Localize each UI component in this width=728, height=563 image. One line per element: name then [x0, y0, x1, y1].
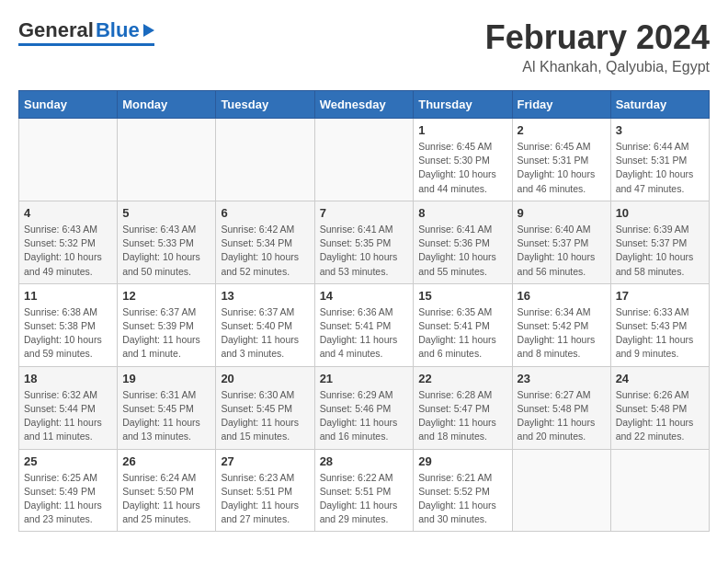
day-info: Sunrise: 6:43 AM Sunset: 5:32 PM Dayligh… — [24, 223, 112, 279]
day-info: Sunrise: 6:41 AM Sunset: 5:35 PM Dayligh… — [320, 223, 409, 279]
day-info: Sunrise: 6:29 AM Sunset: 5:46 PM Dayligh… — [320, 388, 409, 444]
calendar-cell: 24Sunrise: 6:26 AM Sunset: 5:48 PM Dayli… — [610, 366, 709, 449]
day-number: 21 — [320, 372, 409, 385]
calendar-cell: 9Sunrise: 6:40 AM Sunset: 5:37 PM Daylig… — [512, 201, 610, 283]
day-info: Sunrise: 6:45 AM Sunset: 5:31 PM Dayligh… — [518, 140, 606, 196]
calendar-cell — [314, 119, 414, 201]
calendar-cell — [118, 119, 216, 201]
day-number: 7 — [320, 206, 409, 220]
day-number: 2 — [518, 123, 606, 137]
day-number: 27 — [221, 454, 309, 468]
calendar-cell: 28Sunrise: 6:22 AM Sunset: 5:51 PM Dayli… — [314, 449, 414, 532]
location-subtitle: Al Khankah, Qalyubia, Egypt — [485, 59, 710, 75]
logo-blue: Blue — [96, 18, 140, 42]
day-info: Sunrise: 6:26 AM Sunset: 5:48 PM Dayligh… — [616, 388, 704, 444]
day-number: 25 — [24, 454, 112, 468]
day-number: 22 — [418, 372, 506, 385]
day-info: Sunrise: 6:23 AM Sunset: 5:51 PM Dayligh… — [221, 471, 309, 527]
day-number: 26 — [122, 454, 210, 468]
day-info: Sunrise: 6:36 AM Sunset: 5:41 PM Dayligh… — [320, 305, 409, 362]
day-number: 9 — [518, 206, 606, 220]
calendar-week-row: 4Sunrise: 6:43 AM Sunset: 5:32 PM Daylig… — [19, 201, 710, 283]
day-number: 5 — [122, 206, 210, 220]
calendar-week-row: 18Sunrise: 6:32 AM Sunset: 5:44 PM Dayli… — [19, 366, 710, 449]
logo: GeneralBlue — [18, 18, 154, 46]
day-number: 1 — [418, 123, 506, 137]
column-header-wednesday: Wednesday — [314, 91, 414, 119]
calendar-cell — [216, 119, 314, 201]
day-info: Sunrise: 6:30 AM Sunset: 5:45 PM Dayligh… — [221, 388, 309, 444]
calendar-cell: 18Sunrise: 6:32 AM Sunset: 5:44 PM Dayli… — [19, 366, 118, 449]
calendar-cell: 22Sunrise: 6:28 AM Sunset: 5:47 PM Dayli… — [414, 366, 512, 449]
calendar-cell: 4Sunrise: 6:43 AM Sunset: 5:32 PM Daylig… — [19, 201, 118, 283]
day-number: 17 — [616, 289, 704, 303]
calendar-week-row: 25Sunrise: 6:25 AM Sunset: 5:49 PM Dayli… — [19, 449, 710, 532]
calendar-cell: 14Sunrise: 6:36 AM Sunset: 5:41 PM Dayli… — [314, 283, 414, 366]
day-info: Sunrise: 6:21 AM Sunset: 5:52 PM Dayligh… — [418, 471, 506, 527]
calendar-cell: 3Sunrise: 6:44 AM Sunset: 5:31 PM Daylig… — [610, 119, 709, 201]
day-info: Sunrise: 6:37 AM Sunset: 5:40 PM Dayligh… — [221, 305, 309, 362]
day-info: Sunrise: 6:43 AM Sunset: 5:33 PM Dayligh… — [122, 223, 210, 279]
calendar-cell: 8Sunrise: 6:41 AM Sunset: 5:36 PM Daylig… — [414, 201, 512, 283]
calendar-header-row: SundayMondayTuesdayWednesdayThursdayFrid… — [19, 91, 710, 119]
calendar-cell: 12Sunrise: 6:37 AM Sunset: 5:39 PM Dayli… — [118, 283, 216, 366]
day-info: Sunrise: 6:32 AM Sunset: 5:44 PM Dayligh… — [24, 388, 112, 444]
day-info: Sunrise: 6:22 AM Sunset: 5:51 PM Dayligh… — [320, 471, 409, 527]
day-info: Sunrise: 6:33 AM Sunset: 5:43 PM Dayligh… — [616, 305, 704, 362]
calendar-table: SundayMondayTuesdayWednesdayThursdayFrid… — [18, 90, 710, 532]
day-number: 15 — [418, 289, 506, 303]
day-info: Sunrise: 6:28 AM Sunset: 5:47 PM Dayligh… — [418, 388, 506, 444]
logo-general: General — [18, 18, 94, 42]
column-header-friday: Friday — [512, 91, 610, 119]
page-header: GeneralBlue February 2024 Al Khankah, Qa… — [18, 18, 710, 75]
calendar-cell — [19, 119, 118, 201]
day-number: 4 — [24, 206, 112, 220]
month-year-title: February 2024 — [485, 18, 710, 57]
calendar-week-row: 11Sunrise: 6:38 AM Sunset: 5:38 PM Dayli… — [19, 283, 710, 366]
day-info: Sunrise: 6:34 AM Sunset: 5:42 PM Dayligh… — [518, 305, 606, 362]
day-number: 19 — [122, 372, 210, 385]
day-info: Sunrise: 6:38 AM Sunset: 5:38 PM Dayligh… — [24, 305, 112, 362]
calendar-cell: 16Sunrise: 6:34 AM Sunset: 5:42 PM Dayli… — [512, 283, 610, 366]
day-info: Sunrise: 6:25 AM Sunset: 5:49 PM Dayligh… — [24, 471, 112, 527]
day-info: Sunrise: 6:27 AM Sunset: 5:48 PM Dayligh… — [518, 388, 606, 444]
day-info: Sunrise: 6:37 AM Sunset: 5:39 PM Dayligh… — [122, 305, 210, 362]
day-number: 16 — [518, 289, 606, 303]
column-header-tuesday: Tuesday — [216, 91, 314, 119]
day-number: 8 — [418, 206, 506, 220]
logo-underline — [18, 43, 154, 46]
calendar-cell: 5Sunrise: 6:43 AM Sunset: 5:33 PM Daylig… — [118, 201, 216, 283]
calendar-cell: 25Sunrise: 6:25 AM Sunset: 5:49 PM Dayli… — [19, 449, 118, 532]
column-header-thursday: Thursday — [414, 91, 512, 119]
day-info: Sunrise: 6:42 AM Sunset: 5:34 PM Dayligh… — [221, 223, 309, 279]
calendar-cell: 10Sunrise: 6:39 AM Sunset: 5:37 PM Dayli… — [610, 201, 709, 283]
day-number: 12 — [122, 289, 210, 303]
calendar-cell: 1Sunrise: 6:45 AM Sunset: 5:30 PM Daylig… — [414, 119, 512, 201]
day-number: 3 — [616, 123, 704, 137]
calendar-cell — [610, 449, 709, 532]
calendar-cell: 2Sunrise: 6:45 AM Sunset: 5:31 PM Daylig… — [512, 119, 610, 201]
logo-arrow-icon — [143, 24, 154, 37]
day-info: Sunrise: 6:44 AM Sunset: 5:31 PM Dayligh… — [616, 140, 704, 196]
calendar-cell: 26Sunrise: 6:24 AM Sunset: 5:50 PM Dayli… — [118, 449, 216, 532]
day-info: Sunrise: 6:45 AM Sunset: 5:30 PM Dayligh… — [418, 140, 506, 196]
day-info: Sunrise: 6:31 AM Sunset: 5:45 PM Dayligh… — [122, 388, 210, 444]
day-number: 28 — [320, 454, 409, 468]
day-info: Sunrise: 6:39 AM Sunset: 5:37 PM Dayligh… — [616, 223, 704, 279]
column-header-saturday: Saturday — [610, 91, 709, 119]
day-number: 20 — [221, 372, 309, 385]
column-header-monday: Monday — [118, 91, 216, 119]
calendar-cell: 13Sunrise: 6:37 AM Sunset: 5:40 PM Dayli… — [216, 283, 314, 366]
day-number: 10 — [616, 206, 704, 220]
calendar-body: 1Sunrise: 6:45 AM Sunset: 5:30 PM Daylig… — [19, 119, 710, 532]
day-number: 6 — [221, 206, 309, 220]
calendar-week-row: 1Sunrise: 6:45 AM Sunset: 5:30 PM Daylig… — [19, 119, 710, 201]
calendar-cell: 21Sunrise: 6:29 AM Sunset: 5:46 PM Dayli… — [314, 366, 414, 449]
calendar-cell: 19Sunrise: 6:31 AM Sunset: 5:45 PM Dayli… — [118, 366, 216, 449]
day-info: Sunrise: 6:35 AM Sunset: 5:41 PM Dayligh… — [418, 305, 506, 362]
calendar-cell: 29Sunrise: 6:21 AM Sunset: 5:52 PM Dayli… — [414, 449, 512, 532]
day-number: 18 — [24, 372, 112, 385]
day-info: Sunrise: 6:40 AM Sunset: 5:37 PM Dayligh… — [518, 223, 606, 279]
day-number: 13 — [221, 289, 309, 303]
calendar-cell: 6Sunrise: 6:42 AM Sunset: 5:34 PM Daylig… — [216, 201, 314, 283]
